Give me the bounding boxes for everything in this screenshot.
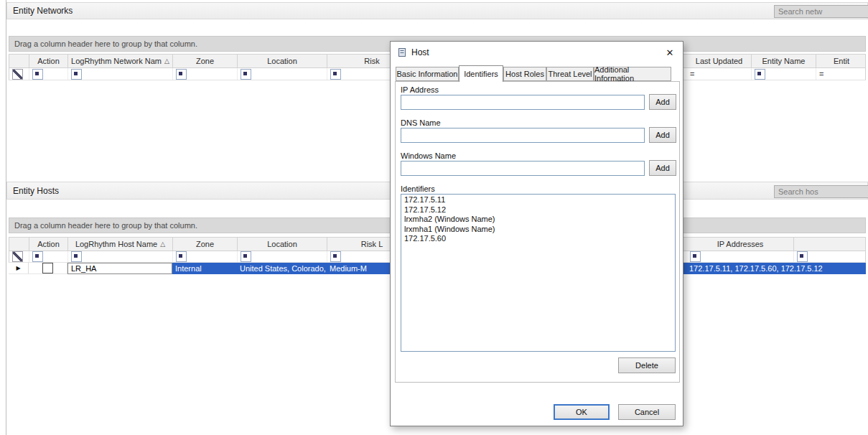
host-dialog-title: Host <box>411 47 429 57</box>
ip-address-label: IP Address <box>401 85 439 94</box>
hosts-filter-indicator-cell <box>9 251 29 262</box>
filter-checkbox-icon[interactable] <box>330 69 341 80</box>
ip-address-input[interactable] <box>401 95 645 110</box>
hosts-filter-ip[interactable] <box>687 251 794 262</box>
tab-identifiers[interactable]: Identifiers <box>459 65 503 82</box>
filter-checkbox-icon[interactable] <box>797 251 808 262</box>
networks-group-by-hint: Drag a column header here to group by th… <box>14 39 197 48</box>
networks-col-name-label: LogRhythm Network Nam <box>71 57 162 65</box>
filter-checkbox-icon[interactable] <box>32 251 43 262</box>
hosts-row-indicator-header <box>9 238 29 251</box>
dns-name-input[interactable] <box>401 128 645 143</box>
identifier-item[interactable]: 172.17.5.60 <box>401 234 675 244</box>
filter-checkbox-icon[interactable] <box>176 69 187 80</box>
networks-col-location[interactable]: Location <box>238 55 327 67</box>
networks-filter-indicator-cell <box>9 68 29 80</box>
delete-button[interactable]: Delete <box>618 357 676 373</box>
edit-filter-icon <box>12 69 23 80</box>
identifier-item[interactable]: 172.17.5.12 <box>401 205 675 215</box>
networks-filter-zone[interactable] <box>173 68 238 80</box>
entity-networks-title: Entity Networks <box>13 6 73 16</box>
hosts-filter-name[interactable] <box>68 251 173 262</box>
networks-row-indicator-header <box>9 55 29 67</box>
close-button[interactable]: ✕ <box>657 42 683 63</box>
add-ip-button[interactable]: Add <box>649 94 676 110</box>
row-zone-cell[interactable]: Internal <box>172 263 237 274</box>
row-select-checkbox[interactable] <box>42 263 53 273</box>
host-icon <box>397 47 407 57</box>
filter-checkbox-icon[interactable] <box>71 251 82 262</box>
networks-col-last-updated[interactable]: Last Updated <box>687 55 752 67</box>
networks-filter-entity-name[interactable] <box>752 68 816 80</box>
sort-ascending-icon: △ <box>164 57 169 65</box>
hosts-col-zone[interactable]: Zone <box>173 238 238 251</box>
hosts-col-name[interactable]: LogRhythm Host Name △ <box>68 238 173 251</box>
filter-checkbox-icon[interactable] <box>241 251 251 262</box>
identifiers-listbox[interactable]: 172.17.5.11 172.17.5.12 lrxmha2 (Windows… <box>401 194 676 352</box>
hosts-filter-action[interactable] <box>29 251 68 262</box>
tab-threat-level[interactable]: Threat Level <box>546 67 594 81</box>
host-dialog-titlebar: Host <box>391 42 683 63</box>
filter-checkbox-icon[interactable] <box>755 69 765 80</box>
hosts-filter-zone[interactable] <box>173 251 238 262</box>
networks-col-name[interactable]: LogRhythm Network Nam △ <box>68 55 173 67</box>
networks-col-entity-name[interactable]: Entity Name <box>752 55 816 67</box>
networks-filter-action[interactable] <box>29 68 68 80</box>
hosts-col-location[interactable]: Location <box>238 238 327 251</box>
hosts-search-input[interactable] <box>774 185 868 198</box>
windows-name-input[interactable] <box>401 161 645 176</box>
networks-search-input[interactable] <box>774 5 868 18</box>
filter-checkbox-icon[interactable] <box>176 251 187 262</box>
cancel-button[interactable]: Cancel <box>618 404 676 420</box>
filter-checkbox-icon[interactable] <box>690 251 701 262</box>
identifier-item[interactable]: lrxmha2 (Windows Name) <box>401 215 675 225</box>
entity-networks-titlebar: Entity Networks <box>6 2 868 19</box>
sort-ascending-icon: △ <box>160 240 165 248</box>
networks-filter-name[interactable] <box>68 68 173 80</box>
edit-filter-icon <box>12 251 23 262</box>
row-location-cell[interactable]: United States, Colorado, B.. <box>237 263 327 274</box>
add-windows-button[interactable]: Add <box>649 160 676 176</box>
row-action-cell[interactable] <box>29 263 67 274</box>
tab-host-roles[interactable]: Host Roles <box>503 67 546 81</box>
ok-button[interactable]: OK <box>554 404 610 420</box>
windows-name-label: Windows Name <box>401 151 456 160</box>
tab-basic-information[interactable]: Basic Information <box>396 67 459 81</box>
networks-col-entity[interactable]: Entit <box>816 55 867 67</box>
filter-checkbox-icon[interactable] <box>32 69 43 80</box>
dns-name-label: DNS Name <box>401 118 441 127</box>
networks-col-zone[interactable]: Zone <box>173 55 238 67</box>
networks-filter-last-updated[interactable]: = <box>687 68 752 80</box>
hosts-filter-location[interactable] <box>238 251 327 262</box>
filter-checkbox-icon[interactable] <box>330 251 341 262</box>
host-dialog: Host ✕ Basic Information Identifiers Hos… <box>390 41 683 426</box>
close-icon: ✕ <box>666 47 674 58</box>
hosts-col-extra[interactable] <box>794 238 867 251</box>
identifier-item[interactable]: 172.17.5.11 <box>401 195 675 205</box>
current-row-arrow-icon: ▶ <box>16 265 20 271</box>
hosts-col-ip-addresses[interactable]: IP Addresses <box>687 238 794 251</box>
filter-checkbox-icon[interactable] <box>71 69 82 80</box>
row-host-name-cell[interactable]: LR_HA <box>67 263 172 274</box>
tab-additional-information[interactable]: Additional Information <box>594 67 671 81</box>
hosts-col-action[interactable]: Action <box>29 238 68 251</box>
identifiers-label: Identifiers <box>401 184 435 193</box>
networks-col-action[interactable]: Action <box>29 55 68 67</box>
current-row-indicator-cell[interactable]: ▶ <box>9 263 29 274</box>
filter-equals-operator[interactable]: = <box>819 70 823 78</box>
add-dns-button[interactable]: Add <box>649 127 676 143</box>
identifier-item[interactable]: lrxmha1 (Windows Name) <box>401 225 675 235</box>
hosts-col-name-label: LogRhythm Host Name <box>75 240 157 248</box>
networks-filter-entity[interactable]: = <box>816 68 867 80</box>
row-ip-addresses-cell[interactable]: 172.17.5.11, 172.17.5.60, 172.17.5.12 <box>686 263 859 274</box>
networks-filter-location[interactable] <box>238 68 327 80</box>
hosts-group-by-hint: Drag a column header here to group by th… <box>14 221 197 230</box>
filter-checkbox-icon[interactable] <box>241 69 251 80</box>
filter-equals-operator[interactable]: = <box>690 70 694 78</box>
entity-hosts-title: Entity Hosts <box>13 186 59 196</box>
hosts-filter-extra[interactable] <box>794 251 867 262</box>
